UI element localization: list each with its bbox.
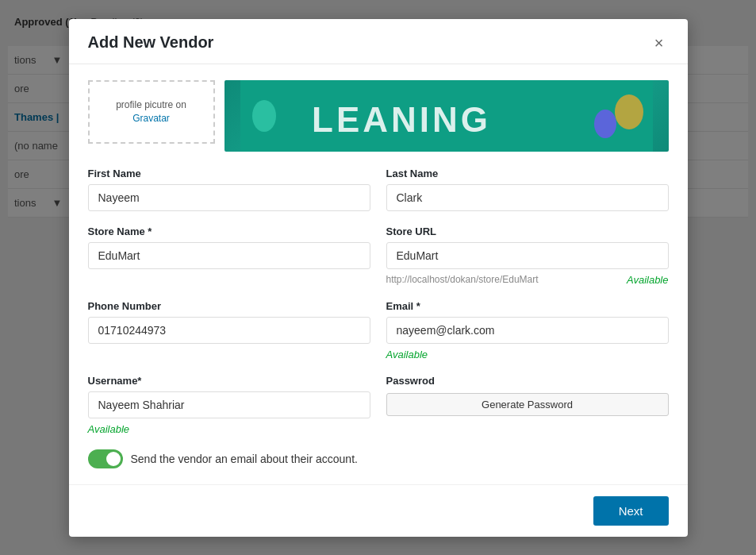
store-url-label: Store URL	[386, 225, 669, 237]
email-toggle[interactable]	[88, 449, 123, 468]
email-input[interactable]	[386, 317, 669, 344]
store-url-hint: http://localhost/dokan/store/EduMart	[386, 274, 539, 285]
phone-group: Phone Number	[88, 300, 370, 360]
svg-point-1	[252, 100, 276, 132]
store-url-hint-row: http://localhost/dokan/store/EduMart Ava…	[386, 274, 669, 286]
store-row: Store Name * Store URL http://localhost/…	[88, 225, 669, 286]
email-available: Available	[386, 349, 669, 360]
profile-pic-text: profile picutre on Gravatar	[98, 98, 205, 125]
name-row: First Name Last Name	[88, 168, 669, 211]
modal-body: profile picutre on Gravatar LE	[69, 64, 688, 484]
last-name-label: Last Name	[386, 168, 669, 179]
gravatar-link[interactable]: Gravatar	[132, 113, 170, 124]
phone-input[interactable]	[88, 317, 370, 344]
username-input[interactable]	[88, 391, 370, 418]
modal-header: Add New Vendor ×	[69, 19, 688, 64]
last-name-group: Last Name	[386, 168, 669, 211]
modal-footer: Next	[69, 484, 688, 537]
close-button[interactable]: ×	[650, 33, 669, 52]
email-label: Email *	[386, 300, 669, 312]
first-name-input[interactable]	[88, 184, 370, 211]
store-name-label: Store Name *	[88, 225, 370, 237]
username-available: Available	[88, 423, 370, 435]
store-name-group: Store Name *	[88, 225, 370, 286]
svg-text:LEANING: LEANING	[312, 100, 491, 139]
store-name-input[interactable]	[88, 242, 370, 269]
phone-label: Phone Number	[88, 300, 370, 312]
password-label: Passwrod	[386, 375, 669, 387]
last-name-input[interactable]	[386, 184, 669, 211]
svg-point-2	[615, 94, 643, 129]
generate-password-button[interactable]: Generate Password	[386, 393, 669, 416]
first-name-label: First Name	[88, 168, 370, 179]
profile-pic-upload[interactable]: profile picutre on Gravatar	[88, 80, 215, 144]
svg-point-3	[594, 110, 616, 138]
email-toggle-row: Send the vendor an email about their acc…	[88, 449, 669, 468]
username-label: Username*	[88, 375, 370, 387]
first-name-group: First Name	[88, 168, 370, 211]
banner-image: LEANING	[224, 80, 669, 152]
toggle-slider	[88, 449, 123, 468]
banner-inner: LEANING	[224, 80, 669, 152]
username-group: Username* Available	[88, 375, 370, 435]
banner-area: profile picutre on Gravatar LE	[88, 80, 669, 152]
email-group: Email * Available	[386, 300, 669, 360]
add-vendor-modal: Add New Vendor × profile picutre on Grav…	[69, 19, 688, 537]
email-toggle-label: Send the vendor an email about their acc…	[131, 453, 358, 465]
store-url-available: Available	[627, 274, 669, 286]
password-group: Passwrod Generate Password	[386, 375, 669, 435]
contact-row: Phone Number Email * Available	[88, 300, 669, 360]
modal-overlay: Add New Vendor × profile picutre on Grav…	[0, 0, 756, 555]
store-url-group: Store URL http://localhost/dokan/store/E…	[386, 225, 669, 286]
store-url-input[interactable]	[386, 242, 669, 269]
next-button[interactable]: Next	[593, 496, 669, 526]
modal-title: Add New Vendor	[88, 33, 214, 52]
auth-row: Username* Available Passwrod Generate Pa…	[88, 375, 669, 435]
